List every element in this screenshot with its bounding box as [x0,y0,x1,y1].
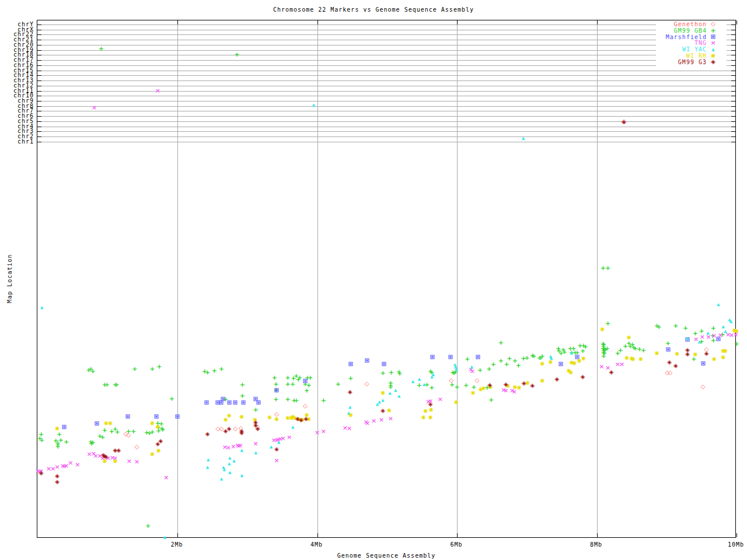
tick-right-chr2 [731,136,735,137]
data-point-wi-yac [381,397,384,402]
data-point-gm99-gb4 [290,381,295,387]
x-tick-label-2Mb: 2Mb [159,541,194,548]
tick-left-chrX [37,30,41,30]
data-point-wi-yac [706,330,709,335]
tick-right-chr7 [731,111,735,111]
data-point-gm99-gb4 [285,396,291,402]
data-point-wi-yac [455,366,458,372]
tick-right-chr10 [731,96,735,96]
tick-bottom-8Mb [597,533,598,537]
data-point-wi-rh [481,386,486,391]
legend-label-tng: TNG [694,40,707,46]
tick-right-chr5 [731,121,735,122]
y-tick-label-chr1: chr1 [0,138,34,145]
data-point-gm99-g3 [274,446,279,452]
legend: GenethonGM99 GB4MarshfieldTNGWI YACWI RH… [656,21,727,67]
gridline-6Mb [457,20,458,537]
data-point-gm99-g3 [104,454,109,460]
data-point-gm99-gb4 [131,428,136,435]
tick-right-chr12 [731,86,735,86]
tick-right-chr9 [731,101,735,102]
data-point-marshfield [449,355,453,359]
data-point-gm99-g3 [530,383,535,388]
data-point-gm99-g3 [428,401,433,407]
data-point-tng [163,474,169,481]
data-point-gm99-gb4 [145,523,151,529]
gridline-chr6 [37,116,735,117]
data-point-wi-yac [220,475,223,481]
data-point-marshfield [227,401,231,405]
tick-left-chr14 [37,75,41,76]
data-point-gm99-g3 [239,430,244,436]
data-point-gm99-gb4 [273,396,278,402]
data-point-gm99-gb4 [605,265,610,271]
data-point-gm99-gb4 [734,341,739,347]
data-point-wi-rh [423,408,428,414]
data-point-gm99-gb4 [656,324,661,330]
data-point-wi-rh [428,415,433,420]
data-point-gm99-gb4 [104,382,109,388]
data-point-gm99-gb4 [336,381,341,387]
tick-bottom-10Mb [736,533,737,537]
plot-area [37,20,736,538]
data-point-gm99-gb4 [240,382,245,388]
data-point-tng [371,418,376,424]
data-point-wi-rh [630,356,636,362]
tick-right-chr6 [731,116,735,117]
tick-right-chr3 [731,131,735,132]
tick-left-chr3 [37,131,41,132]
legend-marker-marshfield-icon [711,34,715,38]
gridline-chr19 [37,50,735,51]
data-point-wi-rh [428,407,434,412]
tick-left-chr20 [37,45,41,46]
data-point-marshfield [701,362,705,366]
legend-label-gb4: GM99 GB4 [674,27,707,34]
tick-left-chr18 [37,55,41,55]
tick-left-chr15 [37,71,41,71]
data-point-wi-rh [149,452,155,457]
data-point-gm99-gb4 [417,382,422,388]
data-point-marshfield [241,401,245,405]
gridline-chr13 [37,80,735,81]
data-point-wi-rh [516,385,522,390]
data-point-gm99-gb4 [380,370,385,376]
data-point-gm99-gb4 [673,323,678,329]
data-point-marshfield [275,388,279,393]
data-point-wi-yac [522,135,525,141]
data-point-wi-yac [291,424,294,429]
tick-right-chr21 [731,40,735,40]
data-point-gm99-g3 [256,426,260,432]
chart-canvas: { "title": "Chromosome 22 Markers vs Gen… [0,0,747,560]
data-point-wi-yac [418,376,421,382]
data-point-gm99-gb4 [463,382,469,388]
data-point-tng [388,415,393,422]
tick-left-chr6 [37,116,41,117]
data-point-marshfield [348,362,352,366]
data-point-gm99-gb4 [160,426,165,433]
data-point-gm99-gb4 [169,396,174,402]
tick-left-chr13 [37,80,41,81]
tick-left-chr11 [37,91,41,92]
data-point-wi-yac [163,534,166,540]
x-tick-label-8Mb: 8Mb [579,541,614,548]
data-point-tng [599,363,604,370]
data-point-marshfield [95,422,99,426]
data-point-gm99-g3 [609,369,614,375]
data-point-gm99-gb4 [240,393,245,399]
tick-right-chr1 [731,142,735,142]
data-point-wi-yac [394,387,397,393]
data-point-marshfield [431,355,435,359]
data-point-gm99-gb4 [149,429,155,435]
data-point-marshfield [205,401,209,405]
data-point-gm99-g3 [381,408,385,414]
data-point-gm99-gb4 [498,340,504,346]
data-point-wi-rh [711,356,717,362]
x-tick-label-10Mb: 10Mb [718,541,747,548]
tick-top-6Mb [457,20,458,24]
tick-right-chr15 [731,71,735,71]
data-point-tng [280,435,285,442]
data-point-tng [253,440,259,447]
data-point-wi-rh [638,356,643,362]
data-point-gm99-g3 [685,351,690,357]
data-point-gm99-g3 [622,119,626,125]
